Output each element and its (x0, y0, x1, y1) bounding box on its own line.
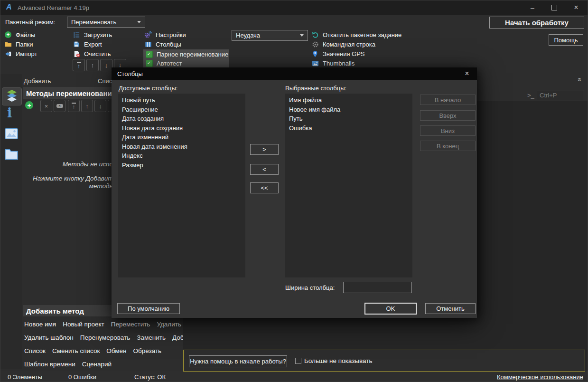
close-icon: × (574, 3, 578, 12)
method-trim[interactable]: Обрезать (133, 347, 162, 354)
commercial-use-link[interactable]: Коммерческое использование (497, 373, 583, 381)
list-item[interactable]: Новая дата создания (118, 124, 245, 133)
collapse-panel-button[interactable]: « (578, 76, 582, 84)
toolbar-item-folders[interactable]: Папки (4, 39, 33, 49)
method-swap-list[interactable]: Сменить список (52, 347, 100, 354)
move-up-button[interactable]: Вверх (420, 110, 476, 121)
toolbar-item-rollback[interactable]: Откатить пакетное задание (311, 30, 401, 39)
save-icon (73, 40, 80, 48)
dialog-title: Столбцы (117, 70, 143, 77)
list-item[interactable]: Индекс (118, 151, 245, 161)
method-new-project[interactable]: Новый проект (63, 321, 104, 328)
method-new-name[interactable]: Новое имя (24, 321, 56, 328)
list-item[interactable]: Имя файла (285, 96, 412, 105)
move-down-icon: ↓ (105, 62, 108, 68)
move-down-button[interactable]: ↓ (100, 59, 112, 71)
method-row-3: Список Сменить список Обмен Обрезать (24, 347, 161, 354)
method-replace[interactable]: Заменить (137, 334, 166, 341)
add-method-plus-button[interactable]: + (25, 101, 33, 109)
method-move-up-button[interactable]: ↑ (81, 100, 93, 112)
move-up-button[interactable]: ↑ (86, 59, 99, 71)
status-value: Статус: ОК (134, 373, 166, 381)
list-item[interactable]: Новое имя файла (285, 105, 412, 115)
method-remove-pattern[interactable]: Удалить шаблон (24, 334, 74, 341)
dont-show-again-checkbox[interactable] (295, 358, 301, 364)
image-view-button[interactable] (4, 127, 19, 142)
folder-light-icon (4, 153, 19, 162)
toolbar-item-columns[interactable]: Столбцы (144, 39, 181, 49)
delete-cross-icon: × (45, 103, 48, 109)
clear-methods-button[interactable]: × (54, 100, 65, 112)
close-button[interactable]: × (565, 0, 587, 15)
method-remove[interactable]: Удалить (157, 321, 181, 328)
help-button[interactable]: Помощь (549, 34, 583, 46)
method-script[interactable]: Сценарий (82, 361, 112, 368)
gps-label: Значения GPS (323, 50, 365, 57)
list-item[interactable]: Новый путь (118, 96, 245, 105)
method-move-first-button[interactable]: ↑ (68, 100, 80, 112)
move-to-start-button[interactable]: В начало (420, 95, 476, 105)
dialog-title-bar: Столбцы × (112, 67, 477, 80)
toolbar-item-thumbnails[interactable]: Thumbnails (311, 58, 355, 68)
method-renumber[interactable]: Перенумеровать (80, 334, 131, 341)
tab-add[interactable]: Добавить (24, 77, 51, 85)
fail-mode-dropdown[interactable]: Неудача (232, 30, 308, 41)
settings-label: Настройки (156, 31, 186, 38)
toolbar-item-settings[interactable]: Настройки (144, 30, 186, 39)
toolbar-item-pair-rename[interactable]: ✓ Парное переименование (143, 49, 229, 59)
move-to-end-button[interactable]: В конец (420, 141, 476, 151)
delete-method-button[interactable]: × (40, 100, 52, 112)
list-item[interactable]: Ошибка (285, 124, 412, 133)
status-bar: 0 Элементы 0 Ошибки Статус: ОК Коммерчес… (0, 371, 588, 382)
move-up-icon: ↑ (85, 103, 89, 109)
start-batch-button[interactable]: Начать обработку (489, 17, 584, 29)
list-item[interactable]: Расширение (118, 105, 245, 115)
move-to-end-label: В конец (437, 143, 459, 150)
list-item[interactable]: Путь (285, 114, 412, 124)
minimize-button[interactable]: – (522, 0, 543, 15)
remove-all-columns-button[interactable]: << (250, 182, 279, 193)
methods-view-button[interactable] (2, 87, 22, 105)
toolbar-item-import[interactable]: Импорт (4, 49, 37, 58)
toolbar-item-export[interactable]: Export (73, 39, 102, 49)
dialog-close-button[interactable]: × (460, 67, 474, 80)
remove-column-button[interactable]: < (250, 164, 279, 175)
getting-started-button[interactable]: Нужна помощь в начале работы? (189, 355, 287, 367)
columns-icon (144, 40, 152, 48)
toolbar-item-gps[interactable]: Значения GPS (311, 49, 365, 58)
list-item[interactable]: Дата изменений (118, 133, 245, 142)
list-item[interactable]: Размер (118, 161, 245, 170)
method-move-down-button[interactable]: ↓ (94, 100, 106, 112)
toolbar-item-autotest[interactable]: ✓ Автотест (143, 58, 229, 68)
window-title: Advanced Renamer 4.19p (18, 4, 89, 11)
method-move[interactable]: Переместить (111, 321, 150, 328)
move-down-icon: ↓ (99, 103, 102, 109)
toolbar-item-files[interactable]: + Файлы (4, 30, 35, 39)
method-list[interactable]: Список (24, 347, 46, 354)
ok-button[interactable]: OK (364, 303, 417, 315)
move-down-button[interactable]: Вниз (420, 125, 476, 136)
toolbar-item-cmdline[interactable]: Командная строка (311, 39, 375, 49)
minimize-icon: – (531, 4, 534, 11)
methods-header-label: Методы переименования (26, 89, 116, 97)
info-view-button[interactable]: i (7, 106, 12, 119)
maximize-button[interactable] (543, 0, 565, 15)
add-files-icon: + (4, 31, 12, 38)
method-swap[interactable]: Обмен (106, 347, 126, 354)
quick-filter-input[interactable] (537, 90, 584, 100)
batch-mode-dropdown[interactable]: Переименовать (67, 17, 145, 28)
defaults-button[interactable]: По умолчанию (117, 303, 180, 314)
move-first-button[interactable]: ↑ (73, 59, 85, 71)
folder-view-button[interactable] (4, 148, 19, 162)
add-column-button[interactable]: > (250, 144, 279, 155)
list-item[interactable]: Дата создания (118, 114, 245, 124)
list-item[interactable]: Новая дата изменения (118, 142, 245, 152)
method-timestamp[interactable]: Шаблон времени (24, 361, 75, 368)
toolbar-item-clear[interactable]: Очистить (73, 49, 111, 58)
export-label: Export (84, 41, 102, 48)
cancel-button[interactable]: Отменить (425, 303, 476, 314)
toolbar-item-load[interactable]: Загрузить (73, 30, 112, 39)
chevron-down-icon (137, 21, 141, 23)
column-width-input[interactable] (343, 282, 412, 293)
rollback-label: Откатить пакетное задание (323, 31, 401, 38)
